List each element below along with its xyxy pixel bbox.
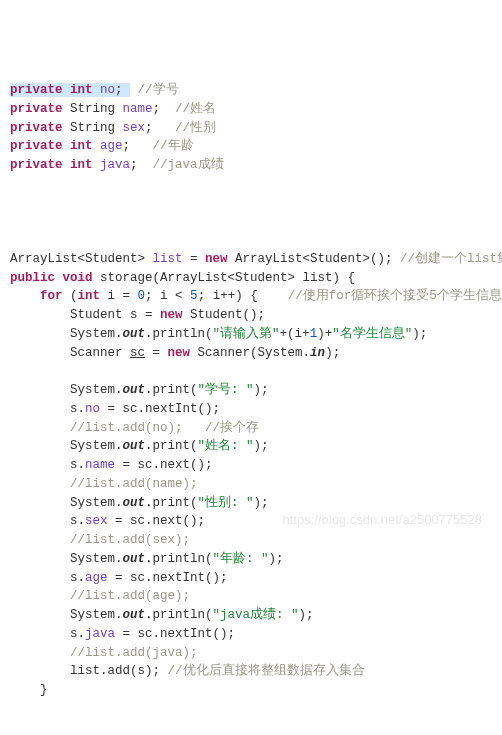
kw-for: for <box>40 289 63 303</box>
paren: ( <box>205 327 213 341</box>
for-init: i = <box>100 289 138 303</box>
kw-int: int <box>70 83 93 97</box>
dot: . <box>145 552 153 566</box>
out: out <box>123 552 146 566</box>
field-age: age <box>85 571 108 585</box>
str-xuehao: "学号: " <box>198 383 254 397</box>
println: println <box>153 327 206 341</box>
type-string: String <box>70 121 115 135</box>
decl-txt: ArrayList<Student> <box>10 252 153 266</box>
list-add-s: list.add(s); <box>70 664 168 678</box>
assign-tail: = sc.next(); <box>115 458 213 472</box>
assign-tail: = sc.next(); <box>108 514 206 528</box>
for-tail: ; i++) { <box>198 289 288 303</box>
comment: //年龄 <box>153 139 194 153</box>
assign-tail: = sc.nextInt(); <box>108 571 228 585</box>
comment: //学号 <box>138 83 179 97</box>
sys: System. <box>70 439 123 453</box>
sys: System. <box>70 327 123 341</box>
str-xingming: "姓名: " <box>198 439 254 453</box>
semi: ; <box>115 83 130 97</box>
str-nianling: "年龄: " <box>213 552 269 566</box>
dot: . <box>145 327 153 341</box>
comment: //优化后直接将整组数据存入集合 <box>168 664 365 678</box>
field-no: no <box>85 402 100 416</box>
kw-private: private <box>10 121 63 135</box>
var-sc: sc <box>130 346 145 360</box>
out: out <box>123 383 146 397</box>
assign-tail: = sc.nextInt(); <box>100 402 220 416</box>
print: print <box>153 496 191 510</box>
out: out <box>123 608 146 622</box>
str: "请输入第" <box>213 327 280 341</box>
var-list: list <box>153 252 183 266</box>
num-5: 5 <box>190 289 198 303</box>
field-java: java <box>85 627 115 641</box>
kw-int: int <box>70 158 93 172</box>
student-tail: Student(); <box>183 308 266 322</box>
type-string: String <box>70 102 115 116</box>
comment: //姓名 <box>175 102 216 116</box>
method-storage: storage <box>100 271 153 285</box>
println: println <box>153 608 206 622</box>
kw-private: private <box>10 83 63 97</box>
out: out <box>123 327 146 341</box>
print: print <box>153 439 191 453</box>
space <box>93 83 101 97</box>
code-block: private int no; //学号 private String name… <box>10 81 492 735</box>
s-dot: s. <box>70 458 85 472</box>
for-cond: ; i < <box>145 289 190 303</box>
str-xingbie: "性别: " <box>198 496 254 510</box>
comment: //list.add(java); <box>70 646 198 660</box>
txt: ); <box>325 346 340 360</box>
sys: System. <box>70 496 123 510</box>
kw-new: new <box>160 308 183 322</box>
num-0: 0 <box>138 289 146 303</box>
println: println <box>153 552 206 566</box>
field-age: age <box>100 139 123 153</box>
dot: . <box>145 496 153 510</box>
num-1: 1 <box>310 327 318 341</box>
comment: //使用for循环挨个接受5个学生信息 <box>288 289 502 303</box>
kw-private: private <box>10 102 63 116</box>
txt: Scanner(System. <box>190 346 310 360</box>
kw-new: new <box>205 252 228 266</box>
scanner-decl: Scanner <box>70 346 130 360</box>
eq: = <box>145 346 168 360</box>
dot: . <box>145 608 153 622</box>
field-no: no <box>100 83 115 97</box>
field-name: name <box>85 458 115 472</box>
comment: //list.add(age); <box>70 589 190 603</box>
dot: . <box>145 383 153 397</box>
s-dot: s. <box>70 514 85 528</box>
comment: //java成绩 <box>153 158 224 172</box>
comment: //创建一个list集合 <box>400 252 502 266</box>
str-java: "java成绩: " <box>213 608 299 622</box>
kw-void: void <box>63 271 93 285</box>
assign-tail: = sc.nextInt(); <box>115 627 235 641</box>
field-java: java <box>100 158 130 172</box>
s-dot: s. <box>70 627 85 641</box>
kw-int: int <box>78 289 101 303</box>
params: (ArrayList<Student> list) { <box>153 271 356 285</box>
student-decl: Student s = <box>70 308 160 322</box>
kw-int: int <box>70 139 93 153</box>
dot: . <box>145 439 153 453</box>
str: "名学生信息" <box>332 327 412 341</box>
sys: System. <box>70 552 123 566</box>
comment: //list.add(no); <box>70 421 205 435</box>
s-dot: s. <box>70 402 85 416</box>
kw-private: private <box>10 158 63 172</box>
out: out <box>123 439 146 453</box>
kw-private: private <box>10 139 63 153</box>
out: out <box>123 496 146 510</box>
decl-eq: = <box>183 252 206 266</box>
txt: )+ <box>317 327 332 341</box>
field-name: name <box>123 102 153 116</box>
txt: +(i+ <box>280 327 310 341</box>
comment: //性别 <box>175 121 216 135</box>
sys: System. <box>70 608 123 622</box>
comment: //list.add(sex); <box>70 533 190 547</box>
comment: //list.add(name); <box>70 477 198 491</box>
sys: System. <box>70 383 123 397</box>
